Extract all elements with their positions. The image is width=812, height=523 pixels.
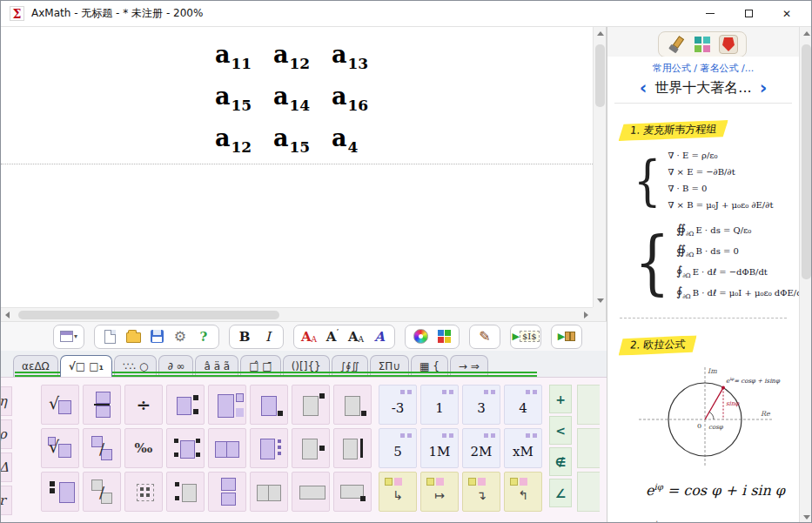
scroll-right-button[interactable] [580,308,593,321]
quick-symbol-cell[interactable]: < [549,416,572,445]
matrix-edit-cell[interactable]: ↦ [420,472,459,512]
matrix-entry[interactable]: a12 [273,41,332,71]
symbol-tab[interactable]: ΣΠ∪ [370,355,409,377]
help-button[interactable]: ? [193,326,214,346]
matrix-size-cell[interactable]: 1 [420,385,459,425]
quick-symbol-cell[interactable]: ∠ [549,479,572,507]
template-cell[interactable] [250,385,288,425]
matrix-entry[interactable]: a12 [215,124,273,155]
template-cell[interactable] [208,428,246,468]
quick-symbol-cell[interactable]: ∉ [549,447,572,476]
accent-style-button[interactable]: A’ [322,326,343,346]
euler-formula[interactable]: eiφ = cos φ + i sin φ [646,482,799,499]
open-button[interactable] [123,326,144,346]
matrix-entry[interactable]: a11 [215,41,273,71]
export-object-button[interactable]: ▶ [556,326,577,346]
matrix-size-cell[interactable]: xM [504,428,542,468]
export-latex-button[interactable]: ▶$I$ [515,326,536,346]
greek-letter-cell[interactable]: η [1,386,12,416]
maxwell-integral-block[interactable]: { ∯∂ΩE · ds = Q/ε₀ ∯∂ΩB · ds = 0 ∮∂ΩE · … [630,220,799,304]
template-cell[interactable] [292,472,330,512]
editor-vertical-scrollbar[interactable] [593,27,606,307]
clipped-cell[interactable] [577,428,600,468]
template-cell[interactable]: ∕ [83,428,121,468]
matrix-entry[interactable]: a15 [215,83,273,113]
math-style-button[interactable]: A [369,326,390,346]
symbol-tab[interactable]: □̂ □̄ [240,355,281,377]
famous-formulas-button[interactable] [719,35,738,54]
template-cell[interactable] [41,472,79,512]
symbol-tab[interactable]: ∫∮∬ [332,355,368,377]
symbol-tab[interactable]: ∵∴ ○ [114,355,158,377]
matrix-entry[interactable]: a13 [332,41,390,71]
template-cell[interactable]: ‰ [124,428,163,468]
library-category-links[interactable]: 常用公式 / 著名公式 /... [607,62,799,75]
template-cell[interactable]: ÷ [124,385,163,425]
vertical-scroll-thumb[interactable] [595,44,605,107]
symbol-tab[interactable]: αεΔΩ [13,355,58,377]
matrix-size-cell[interactable]: 1M [420,428,459,468]
maxwell-differential-block[interactable]: { ∇ · E = ρ/ε₀ ∇ × E = −∂B/∂t ∇ · B = 0 … [630,147,799,213]
matrix-edit-cell[interactable]: ↴ [462,472,500,512]
sidebar-scroll-thumb[interactable] [802,44,811,279]
euler-identity[interactable]: eiπ + 1 = 0 [646,520,799,523]
minimize-button[interactable] [691,1,729,26]
scroll-up-button[interactable] [594,27,607,40]
greek-letter-cell[interactable]: r [1,486,12,515]
template-cell[interactable]: √ [41,428,79,468]
matrix-size-cell[interactable]: 3 [462,385,500,425]
matrix-entry[interactable]: a15 [273,124,332,155]
symbol-tab[interactable]: â ä ã [195,355,238,377]
prev-page-chevron-icon[interactable]: ‹ [640,79,648,97]
new-document-button[interactable] [99,326,120,346]
font-size-button[interactable]: AA [346,326,366,346]
clipped-cell[interactable] [577,385,600,425]
horizontal-scroll-thumb[interactable] [18,311,279,319]
symbol-tab[interactable]: → ⇒ [450,355,488,377]
template-cell[interactable] [208,472,246,512]
template-cell[interactable] [250,472,288,512]
template-cell[interactable] [333,385,372,425]
greek-letter-cell[interactable]: ρ [1,419,12,449]
matrix-size-cell[interactable]: 4 [504,385,542,425]
sidebar-scrollbar[interactable] [799,27,812,523]
matrix-size-cell[interactable]: -3 [379,385,417,425]
template-cell[interactable]: ∕ [83,472,121,512]
settings-button[interactable]: ⚙ [170,326,191,346]
bold-button[interactable]: B [234,326,255,346]
matrix-entry[interactable]: a16 [332,83,390,113]
greek-letter-cell[interactable]: Δ [1,453,12,482]
app-icon[interactable]: Σ [10,6,24,21]
template-cell[interactable] [292,428,330,468]
sidebar-scroll-up-button[interactable] [800,27,812,40]
template-cell[interactable] [166,385,205,425]
template-cell[interactable] [166,428,205,468]
symbol-tab[interactable]: ▦ { [411,355,448,377]
scroll-down-button[interactable] [594,294,607,307]
matrix-edit-cell[interactable]: ↰ [504,472,542,512]
editor-horizontal-scrollbar[interactable] [1,307,593,321]
italic-button[interactable]: I [258,326,278,346]
symbol-tab[interactable]: ∂ ∞ [158,355,193,377]
insert-object-button[interactable]: ▾ [58,326,79,346]
template-cell[interactable] [83,385,121,425]
template-cell[interactable] [208,385,246,425]
matrix-entry[interactable]: a4 [332,124,390,155]
matrix-size-cell[interactable]: 2M [462,428,500,468]
template-cell[interactable] [333,428,372,468]
matrix-entry[interactable]: a14 [273,83,332,113]
template-cell[interactable] [166,472,205,512]
template-cell[interactable] [333,472,372,512]
template-cell[interactable] [292,385,330,425]
hand-draw-button[interactable]: ✎ [474,326,495,346]
quick-symbol-cell[interactable]: + [549,385,572,413]
color-wheel-button[interactable] [410,326,431,346]
template-cell[interactable] [124,472,163,512]
template-cell[interactable] [250,428,288,468]
symbol-tab[interactable]: √□ □₁ [60,355,112,377]
color-palette-button[interactable] [433,326,454,346]
editor-canvas[interactable]: a11 a12 a13 a15 a14 a16 a12 a15 a4 [1,27,593,307]
text-color-button[interactable]: AA [299,326,319,346]
unit-circle-figure[interactable]: Im Re 0 cosφ sinφ eiφ= cosφ + isinφ [628,362,781,470]
format-brush-button[interactable] [667,35,686,54]
